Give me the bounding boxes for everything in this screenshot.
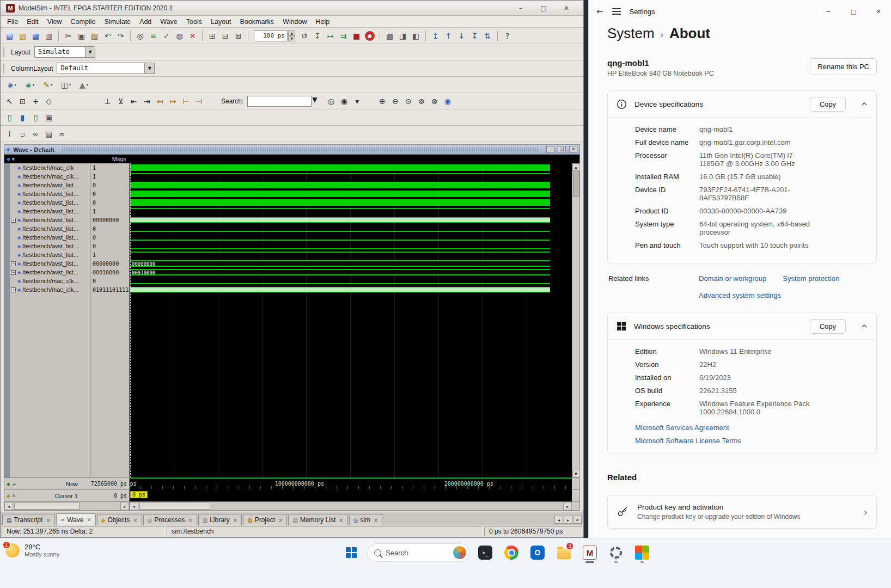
taskbar-file-explorer-button[interactable]: 3 [552, 542, 575, 564]
wave-row[interactable] [130, 198, 572, 207]
tab-close-icon[interactable]: ✕ [573, 516, 582, 524]
zoom-full-icon[interactable]: ⊙ [402, 95, 414, 107]
close-icon[interactable]: ✕ [555, 4, 578, 12]
wave-row[interactable]: 00000000 [130, 259, 572, 268]
zoom-in-icon[interactable]: ⊕ [376, 95, 388, 107]
search-highlight-icon[interactable] [453, 546, 466, 559]
open-file-icon[interactable]: ▨ [16, 29, 29, 42]
add-to-log-icon[interactable]: ◫▾ [57, 78, 75, 91]
start-button[interactable] [340, 542, 363, 564]
break-icon[interactable]: ■ [350, 29, 363, 42]
follow-signal-icon[interactable]: ∞ [29, 127, 42, 140]
redo-icon[interactable]: ↷ [114, 29, 127, 42]
tab-wave[interactable]: ≈Wave× [56, 513, 96, 525]
menu-tools[interactable]: Tools [182, 16, 206, 27]
zoom-range-icon[interactable]: ⊗ [428, 95, 441, 107]
signal-name-row[interactable]: ◆/testbench/avst_list... [10, 189, 90, 198]
link-microsoft-software-license-terms[interactable]: Microsoft Software License Terms [635, 437, 868, 445]
windows-specs-header[interactable]: Windows specifications Copy [608, 313, 876, 339]
tab-close-icon[interactable]: × [188, 517, 192, 523]
pan-mode-icon[interactable]: + [29, 95, 42, 107]
time-cursor-line[interactable] [130, 163, 131, 477]
menu-add[interactable]: Add [135, 16, 156, 27]
previous-falling-edge-icon[interactable]: ↤ [154, 95, 166, 107]
find-icon[interactable]: ◎ [134, 29, 147, 42]
simulate-icon[interactable]: ◍ [173, 29, 186, 42]
panel-undock-icon[interactable]: ❏ [558, 146, 566, 153]
search-options-icon[interactable]: ▾ [351, 95, 363, 107]
add-cursor-icon[interactable]: ◆ [7, 481, 10, 487]
wave-row[interactable] [130, 224, 572, 233]
menu-help[interactable]: Help [312, 16, 334, 27]
find-next-icon[interactable]: ↓ [455, 29, 468, 42]
weather-widget[interactable]: 1 28°C Mostly sunny [5, 543, 59, 558]
panel-close-icon[interactable]: ✕ [569, 146, 577, 153]
tab-scroll-right-icon[interactable]: ▸ [564, 516, 572, 524]
zoom-out-icon[interactable]: ⊖ [389, 95, 401, 107]
profile-icon[interactable]: ▩ [383, 29, 396, 42]
cursor-tool-icons[interactable]: ◆✕ [7, 493, 16, 499]
panel-drag-grip[interactable] [62, 148, 539, 151]
wave-row[interactable] [130, 233, 572, 242]
dataflow-icon[interactable]: ◧ [410, 29, 422, 42]
link-microsoft-services-agreement[interactable]: Microsoft Services Agreement [635, 424, 868, 432]
close-icon[interactable]: ✕ [866, 0, 891, 23]
signal-name-row[interactable]: ◆/testbench/avst_list... [10, 250, 90, 259]
grid-settings-icon[interactable]: ▣ [42, 111, 55, 124]
cut-icon[interactable]: ✂ [62, 29, 75, 42]
vertical-scrollbar[interactable]: ▲ ▼ [572, 163, 579, 477]
wave-row[interactable] [130, 277, 572, 285]
layout-combobox[interactable]: Simulate ▼ [34, 46, 95, 58]
expand-icon[interactable]: + [11, 270, 16, 275]
justify-columns-icon[interactable]: ▯ [29, 111, 42, 124]
expand-icon[interactable]: + [11, 287, 16, 292]
signal-name-row[interactable]: +◆/testbench/avst_list... [10, 268, 90, 277]
scroll-right-icon[interactable]: ▸ [120, 502, 129, 510]
back-icon[interactable]: ← [596, 7, 603, 16]
tab-scroll-left-icon[interactable]: ◂ [554, 516, 563, 524]
wave-row[interactable] [130, 163, 572, 172]
names-column-header[interactable]: ◆▾ [4, 155, 90, 163]
run-length-spinner[interactable]: ▲▼ [288, 30, 295, 41]
modelsim-titlebar[interactable]: M ModelSim - INTEL FPGA STARTER EDITION … [1, 1, 583, 16]
add-to-dataflow-icon[interactable]: ▲▾ [75, 78, 93, 91]
save-icon[interactable]: ▦ [29, 29, 42, 42]
signal-name-row[interactable]: +◆/testbench/mac_clk... [10, 285, 90, 294]
tab-close-icon[interactable]: × [278, 517, 283, 523]
signal-name-row[interactable]: ◆/testbench/avst_list... [10, 242, 90, 250]
compile-icon[interactable]: ≡ [147, 29, 160, 42]
columnlayout-combobox[interactable]: Default ▼ [57, 63, 155, 74]
wave-row[interactable] [130, 242, 572, 250]
wave-panel-titlebar[interactable]: ◆ Wave - Default – ❏ ✕ [4, 145, 579, 155]
tab-close-icon[interactable]: × [87, 517, 91, 523]
tab-close-icon[interactable]: × [233, 517, 237, 523]
signal-name-row[interactable]: ◆/testbench/mac_clk [10, 163, 90, 172]
signal-name-row[interactable]: ◆/testbench/mac_clk... [10, 172, 90, 181]
wave-row[interactable] [130, 216, 572, 224]
hamburger-menu-icon[interactable] [612, 8, 621, 15]
add-to-wave-icon[interactable]: ◈▾ [21, 78, 39, 91]
scroll-down-icon[interactable]: ▼ [572, 470, 580, 477]
zoom-cursor-icon[interactable]: ⊚ [415, 95, 428, 107]
add-selected-icon[interactable]: ◈▾ [3, 78, 21, 91]
coverage-icon[interactable]: ◨ [396, 29, 409, 42]
tab-processes[interactable]: ◎Processes× [143, 514, 197, 525]
chevron-down-icon[interactable]: ▾ [15, 83, 17, 87]
scroll-left-icon[interactable]: ◂ [4, 502, 13, 510]
maximize-icon[interactable]: □ [841, 0, 866, 23]
signal-name-row[interactable]: ◆/testbench/avst_list... [10, 233, 90, 242]
wave-row[interactable] [130, 172, 572, 181]
tab-sim[interactable]: ◎sim× [349, 514, 383, 525]
previous-transition-icon[interactable]: ⇤ [127, 95, 140, 107]
breadcrumb-system[interactable]: System [607, 25, 655, 42]
wave-row[interactable] [130, 207, 572, 216]
scroll-up-icon[interactable]: ▲ [572, 163, 580, 171]
link-domain-or-workgroup[interactable]: Domain or workgroup [699, 274, 766, 283]
menu-simulate[interactable]: Simulate [100, 16, 135, 27]
chevron-down-icon[interactable]: ▾ [12, 156, 15, 162]
menu-view[interactable]: View [43, 16, 66, 27]
scrollbar-thumb[interactable] [573, 171, 579, 197]
sort-icon[interactable]: ⇅ [481, 29, 494, 42]
panel-minimize-icon[interactable]: – [546, 146, 554, 153]
toolbar-grip[interactable] [3, 64, 6, 74]
